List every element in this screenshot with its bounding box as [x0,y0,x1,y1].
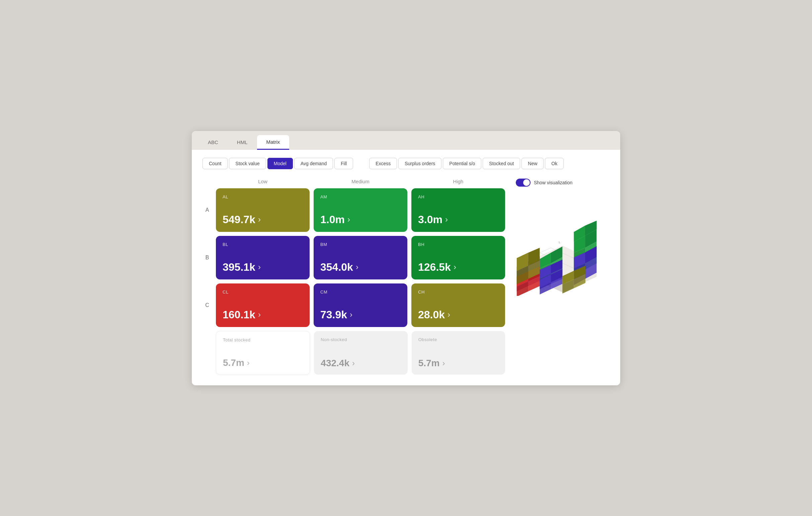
cell-cl[interactable]: CL 160.1k› [216,283,310,327]
matrix-cells-c: CL 160.1k› CM 73.9k› CH 28.0k› [216,283,505,327]
filter-group-right: Excess Surplus orders Potential s/o Stoc… [369,158,564,169]
filter-ok[interactable]: Ok [545,158,564,169]
col-headers: Low Medium High [216,179,505,184]
cell-ch[interactable]: CH 28.0k› [411,283,505,327]
viz-toggle-label: Show visualization [534,180,572,185]
matrix-row-a: A AL 549.7k› AM 1.0m› AH [203,188,505,232]
cell-obsolete[interactable]: Obsolete 5.7m› [412,331,505,375]
matrix-right: Show visualization [516,179,609,375]
chevron-icon: › [350,310,352,319]
cell-ch-label: CH [418,290,425,295]
filter-excess[interactable]: Excess [369,158,397,169]
cell-bh-value: 126.5k› [418,261,456,273]
filter-model[interactable]: Model [267,158,293,169]
matrix-cells-bottom: Total stocked 5.7m› Non-stocked 432.4k› … [216,331,505,375]
chevron-icon: › [258,262,261,272]
filter-avg-demand[interactable]: Avg demand [294,158,333,169]
col-header-low: Low [216,179,310,184]
cell-cl-label: CL [223,290,229,295]
chevron-icon: › [454,262,456,272]
3d-chart: A B C L M H [516,195,603,296]
svg-text:L: L [559,240,560,244]
cell-bl-value: 395.1k› [223,261,261,273]
matrix-area: Low Medium High A AL 549.7k› [203,179,609,375]
main-window: ABC HML Matrix Count Stock value Model A… [192,131,620,385]
row-label-c: C [203,283,212,327]
cell-total-stocked[interactable]: Total stocked 5.7m› [216,331,310,375]
chevron-icon: › [347,215,350,224]
filter-potential-so[interactable]: Potential s/o [443,158,481,169]
main-content: Count Stock value Model Avg demand Fill … [192,150,620,385]
cell-cm-label: CM [320,290,327,295]
cell-al[interactable]: AL 549.7k› [216,188,310,232]
filter-count[interactable]: Count [203,158,228,169]
tab-hml[interactable]: HML [228,135,257,150]
cell-cl-value: 160.1k› [223,308,261,321]
cell-obsolete-label: Obsolete [418,337,437,342]
matrix-rows: A AL 549.7k› AM 1.0m› AH [203,188,505,375]
cell-am-label: AM [320,194,327,199]
cell-bl[interactable]: BL 395.1k› [216,236,310,279]
cell-ah-label: AH [418,194,425,199]
tab-bar: ABC HML Matrix [192,131,620,150]
cell-am[interactable]: AM 1.0m› [314,188,407,232]
row-label-bottom [203,331,212,375]
cell-bm[interactable]: BM 354.0k› [314,236,407,279]
cell-non-stocked[interactable]: Non-stocked 432.4k› [314,331,407,375]
cell-ah[interactable]: AH 3.0m› [411,188,505,232]
cell-al-value: 549.7k› [223,213,261,226]
matrix-cells-a: AL 549.7k› AM 1.0m› AH 3.0m› [216,188,505,232]
chevron-icon: › [258,215,261,224]
row-label-a: A [203,188,212,232]
cell-total-stocked-label: Total stocked [223,337,250,343]
filter-stock-value[interactable]: Stock value [229,158,266,169]
cell-bl-label: BL [223,242,228,247]
row-label-b: B [203,236,212,279]
chevron-icon: › [356,262,358,272]
cell-bh-label: BH [418,242,425,247]
filter-group-left: Count Stock value Model Avg demand Fill [203,158,353,169]
filter-surplus-orders[interactable]: Surplus orders [398,158,441,169]
cell-bh[interactable]: BH 126.5k› [411,236,505,279]
cell-non-stocked-label: Non-stocked [321,337,347,342]
col-header-medium: Medium [314,179,407,184]
filter-new[interactable]: New [521,158,544,169]
matrix-row-c: C CL 160.1k› CM 73.9k› CH [203,283,505,327]
chevron-icon: › [247,358,250,368]
cell-total-stocked-value: 5.7m› [223,357,250,368]
cell-bm-value: 354.0k› [320,261,358,273]
col-header-high: High [411,179,505,184]
matrix-cells-b: BL 395.1k› BM 354.0k› BH 126.5k› [216,236,505,279]
chevron-icon: › [447,310,450,319]
tab-abc[interactable]: ABC [199,135,228,150]
cell-bm-label: BM [320,242,327,247]
filter-stocked-out[interactable]: Stocked out [483,158,520,169]
chevron-icon: › [258,310,261,319]
filter-bar: Count Stock value Model Avg demand Fill … [203,158,609,169]
cell-am-value: 1.0m› [320,213,350,226]
chevron-icon: › [445,215,448,224]
matrix-grid: Low Medium High A AL 549.7k› [203,179,505,375]
filter-fill[interactable]: Fill [335,158,353,169]
chevron-icon: › [352,358,355,368]
cell-non-stocked-value: 432.4k› [321,358,355,369]
cell-obsolete-value: 5.7m› [418,358,445,369]
cell-cm-value: 73.9k› [320,308,352,321]
cell-cm[interactable]: CM 73.9k› [314,283,407,327]
viz-toggle-switch[interactable] [516,179,530,187]
chevron-icon: › [442,358,445,368]
matrix-row-bottom: Total stocked 5.7m› Non-stocked 432.4k› … [203,331,505,375]
show-viz-toggle[interactable]: Show visualization [516,179,572,187]
cell-al-label: AL [223,194,228,199]
matrix-row-b: B BL 395.1k› BM 354.0k› BH [203,236,505,279]
cell-ah-value: 3.0m› [418,213,448,226]
tab-matrix[interactable]: Matrix [257,135,290,150]
cell-ch-value: 28.0k› [418,308,450,321]
